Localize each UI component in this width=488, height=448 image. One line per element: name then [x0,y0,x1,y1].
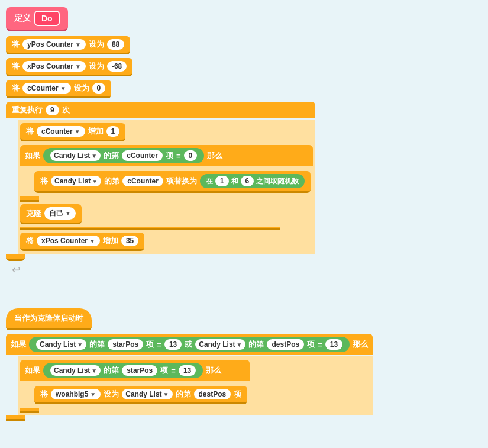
candy-drop-5[interactable]: Candy List ▼ [50,365,101,376]
repeat-count: 9 [46,105,59,115]
set-cc-action: 设为 [74,83,89,94]
if2-label: 如果 [11,339,26,350]
xpos-dropdown[interactable]: xPos Counter ▼ [22,61,86,72]
define-block: 定义 Do [6,7,68,31]
replace-block: 将 Candy List ▼ 的第 cCounter 项替换为 [34,171,311,193]
xpos-value: -68 [107,61,127,72]
set-cc-prefix: 将 [12,83,20,94]
candy-drop-1[interactable]: Candy List ▼ [50,150,101,161]
if3-condition: Candy List ▼ 的第 starPos 项 = 13 [43,363,203,378]
set-xpos-prefix: 将 [12,61,20,72]
set-ypos-prefix: 将 [12,39,20,50]
if2-var1: starPos [108,339,143,350]
xpos-add-dropdown[interactable]: xPos Counter ▼ [37,236,100,246]
set-ypos-action: 设为 [89,39,104,50]
if3-then: 那么 [206,365,221,376]
repeat-suffix: 次 [62,105,70,115]
if3-val: 13 [179,365,196,376]
set-xpos-action: 设为 [89,61,104,72]
if1-label: 如果 [25,150,40,161]
ypos-arrow: ▼ [75,41,81,48]
when-clone-label: 当作为克隆体启动时 [14,313,83,324]
define-label: 定义 [14,13,31,24]
increment-ccounter-block: 将 cCounter ▼ 增加 1 [20,123,125,141]
random-block: 在 1 和 6 之间取随机数 [200,174,305,188]
if3-block: 如果 Candy List ▼ 的第 starPos 项 = 13 [20,360,250,381]
inc-arrow: ▼ [75,128,80,135]
ypos-value: 88 [107,39,124,50]
candy-drop-6[interactable]: Candy List ▼ [122,389,172,399]
do-pill: Do [34,11,60,26]
if2-then: 那么 [353,339,368,350]
if1-then: 那么 [207,150,222,161]
woah-var2: destPos [194,389,231,399]
inc-cc-prefix: 将 [26,126,34,137]
if1-condition: Candy List ▼ 的第 cCounter 项 = 0 [43,148,204,163]
clone-block: 克隆 自己 ▼ [20,204,82,224]
if1-val: 0 [184,150,198,161]
clone-self-dropdown[interactable]: 自己 ▼ [44,207,76,220]
xpos-arrow: ▼ [75,63,81,70]
add-xpos-block: 将 xPos Counter ▼ 增加 35 [20,233,144,251]
inc-ccounter-dropdown[interactable]: cCounter ▼ [37,126,85,137]
ccounter-arrow: ▼ [60,85,66,92]
set-xpos-block: 将 xPos Counter ▼ 设为 -68 [6,58,132,76]
candy-drop-3[interactable]: Candy List ▼ [36,339,86,350]
set-ypos-block: 将 yPos Counter ▼ 设为 88 [6,36,130,54]
if3-var: starPos [122,365,157,376]
if1-var: cCounter [122,150,163,161]
ccounter-value: 0 [92,83,106,94]
xpos-add-value: 35 [121,236,138,246]
set-woah-block: 将 woahbig5 ▼ 设为 Candy List ▼ [34,386,247,404]
candy-drop-2[interactable]: Candy List ▼ [51,176,101,186]
if2-val2: 13 [325,339,342,350]
if3-label: 如果 [25,365,40,376]
replace-var: cCounter [122,176,163,186]
ccounter-dropdown[interactable]: cCounter ▼ [22,83,71,94]
candy-drop-4[interactable]: Candy List ▼ [195,339,245,350]
inc-cc-action: 增加 [88,126,104,137]
woah-dropdown[interactable]: woahbig5 ▼ [51,389,101,399]
ypos-dropdown[interactable]: yPos Counter ▼ [22,39,86,50]
set-ccounter-block: 将 cCounter ▼ 设为 0 [6,80,111,98]
loop-arrow-icon: ↩ [12,263,21,276]
if2-var2: destPos [267,339,304,350]
if2-block: 如果 Candy List ▼ 的第 starPos 项 = 13 或 Cand… [6,334,373,355]
if2-val1: 13 [164,339,182,350]
inc-value: 1 [106,126,120,137]
if2-condition: Candy List ▼ 的第 starPos 项 = 13 或 Candy L… [29,337,350,352]
when-clone-block: 当作为克隆体启动时 [6,308,92,330]
rand-val1: 1 [215,176,229,186]
repeat-block: 重复执行 9 次 [6,102,315,118]
if1-block: 如果 Candy List ▼ 的第 cCounter 项 = 0 [20,145,313,166]
rand-val2: 6 [241,176,254,186]
repeat-label: 重复执行 [12,105,43,115]
